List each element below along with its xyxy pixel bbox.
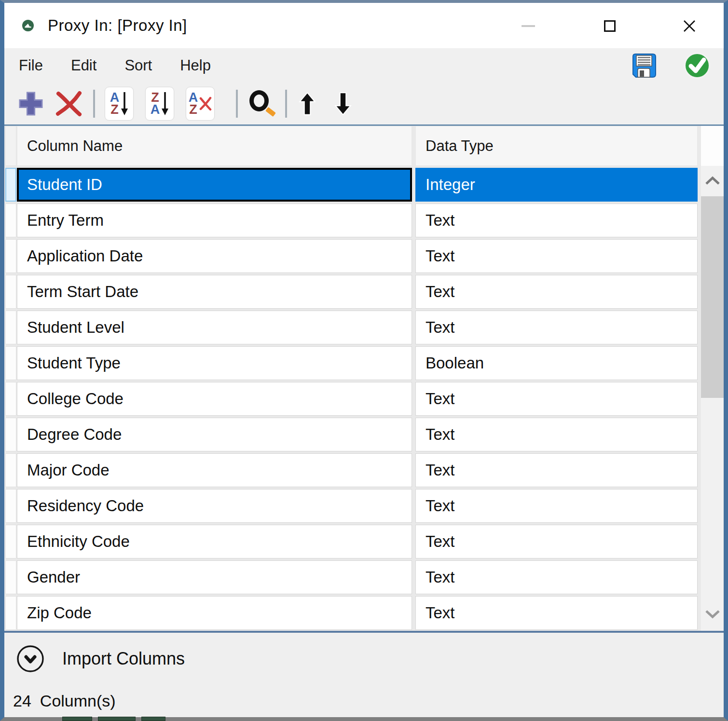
menu-file[interactable]: File: [19, 57, 43, 74]
search-icon-handle: [265, 107, 276, 117]
import-columns-label[interactable]: Import Columns: [62, 649, 185, 669]
row-selector-cell[interactable]: [5, 525, 16, 558]
column-name-cell[interactable]: Student Type: [17, 346, 412, 380]
title-bar: Proxy In: [Proxy In]: [4, 3, 724, 48]
table-row[interactable]: Student Level Text: [5, 311, 698, 344]
column-name-cell[interactable]: Student ID: [17, 168, 412, 202]
row-selector-cell[interactable]: [5, 489, 16, 523]
close-button[interactable]: [682, 18, 697, 34]
sort-az-icon: AZ: [110, 92, 120, 116]
menu-edit[interactable]: Edit: [71, 57, 96, 74]
data-type-cell[interactable]: Text: [415, 239, 698, 273]
column-name-cell[interactable]: Zip Code: [17, 596, 412, 630]
column-name-cell[interactable]: Gender: [17, 560, 412, 594]
data-type-cell[interactable]: Text: [415, 560, 698, 594]
scrollbar-down-button[interactable]: [701, 599, 724, 629]
column-name-cell[interactable]: Application Date: [17, 239, 412, 273]
expand-import-columns-button[interactable]: [16, 644, 45, 673]
column-name-value: Student Level: [27, 318, 124, 337]
column-name-cell[interactable]: Residency Code: [17, 489, 412, 523]
menu-help[interactable]: Help: [180, 57, 211, 74]
table-grid: Column Name Data Type Student ID Integer…: [4, 126, 698, 631]
toolbar-separator: [93, 90, 95, 118]
column-name-value: Degree Code: [27, 425, 122, 444]
table-row[interactable]: Gender Text: [5, 560, 698, 594]
data-type-cell[interactable]: Text: [415, 311, 698, 344]
column-name-cell[interactable]: Major Code: [17, 453, 412, 487]
row-selector-cell[interactable]: [5, 453, 16, 487]
add-button-plus-icon[interactable]: [18, 91, 44, 117]
column-count: 24: [13, 692, 31, 710]
column-count-label: Column(s): [40, 692, 116, 710]
row-selector-cell[interactable]: [5, 204, 16, 237]
table-row[interactable]: Application Date Text: [5, 239, 698, 273]
row-selector-cell[interactable]: [5, 382, 16, 416]
column-name-value: College Code: [27, 390, 124, 408]
data-type-cell[interactable]: Text: [415, 418, 698, 451]
move-down-button[interactable]: [332, 91, 354, 116]
column-name-value: Student ID: [27, 176, 102, 194]
table-row[interactable]: Entry Term Text: [5, 204, 698, 237]
maximize-button[interactable]: [604, 20, 616, 32]
data-type-cell[interactable]: Integer: [415, 168, 698, 202]
delete-button-x-icon[interactable]: [55, 90, 83, 117]
scrollbar-track[interactable]: [701, 166, 724, 631]
data-type-cell[interactable]: Text: [415, 453, 698, 487]
arrow-down-icon: [161, 91, 169, 116]
row-selector-cell[interactable]: [5, 418, 16, 451]
data-type-header[interactable]: Data Type: [415, 126, 698, 166]
column-name-cell[interactable]: Ethnicity Code: [17, 525, 412, 558]
column-name-header[interactable]: Column Name: [17, 126, 412, 166]
data-type-value: Text: [426, 247, 455, 265]
table-row[interactable]: Zip Code Text: [5, 596, 698, 630]
column-name-cell[interactable]: Degree Code: [17, 418, 412, 451]
data-type-cell[interactable]: Text: [415, 596, 698, 630]
column-name-cell[interactable]: College Code: [17, 382, 412, 416]
menu-sort[interactable]: Sort: [124, 57, 152, 74]
table-row[interactable]: Residency Code Text: [5, 489, 698, 523]
data-type-cell[interactable]: Text: [415, 204, 698, 237]
data-type-cell[interactable]: Boolean: [415, 346, 698, 380]
data-type-value: Text: [426, 390, 455, 408]
column-name-cell[interactable]: Entry Term: [17, 204, 412, 237]
save-floppy-icon[interactable]: [630, 52, 658, 80]
proxy-in-window: Proxy In: [Proxy In] File Edit Sort Help: [0, 0, 728, 721]
search-button[interactable]: [247, 89, 275, 118]
data-type-cell[interactable]: Text: [415, 382, 698, 416]
table-row[interactable]: College Code Text: [5, 382, 698, 416]
vertical-scrollbar[interactable]: [701, 126, 724, 631]
column-name-value: Zip Code: [27, 604, 92, 622]
table-row[interactable]: Student Type Boolean: [5, 346, 698, 380]
apply-check-icon[interactable]: [683, 52, 711, 80]
column-name-cell[interactable]: Term Start Date: [17, 275, 412, 309]
column-name-cell[interactable]: Student Level: [17, 311, 412, 344]
row-selector-cell[interactable]: [5, 560, 16, 594]
toolbar-separator: [285, 90, 287, 118]
table-row[interactable]: Ethnicity Code Text: [5, 525, 698, 558]
sort-ascending-button[interactable]: AZ: [105, 87, 134, 121]
column-name-value: Residency Code: [27, 497, 144, 515]
data-type-cell[interactable]: Text: [415, 275, 698, 309]
scrollbar-up-button[interactable]: [701, 166, 724, 196]
column-name-value: Major Code: [27, 461, 110, 479]
row-selector-cell[interactable]: [5, 311, 16, 344]
clear-sort-button[interactable]: AZ: [186, 87, 215, 121]
data-type-cell[interactable]: Text: [415, 525, 698, 558]
menu-bar: File Edit Sort Help: [4, 48, 724, 83]
data-type-cell[interactable]: Text: [415, 489, 698, 523]
table-body: Student ID Integer Entry Term Text Appli…: [5, 168, 698, 630]
row-selector-cell[interactable]: [5, 239, 16, 273]
table-row[interactable]: Term Start Date Text: [5, 275, 698, 309]
table-row[interactable]: Student ID Integer: [5, 168, 698, 202]
table-row[interactable]: Major Code Text: [5, 453, 698, 487]
table-row[interactable]: Degree Code Text: [5, 418, 698, 451]
scrollbar-thumb[interactable]: [701, 196, 724, 398]
sort-descending-button[interactable]: ZA: [145, 87, 174, 121]
row-selector-cell[interactable]: [5, 596, 16, 630]
status-bar: 24 Column(s): [4, 685, 724, 717]
row-selector-cell[interactable]: [5, 275, 16, 309]
move-up-button[interactable]: [297, 91, 318, 116]
row-selector-cell[interactable]: [5, 168, 16, 202]
row-selector-cell[interactable]: [5, 346, 16, 380]
minimize-button[interactable]: [522, 25, 535, 27]
